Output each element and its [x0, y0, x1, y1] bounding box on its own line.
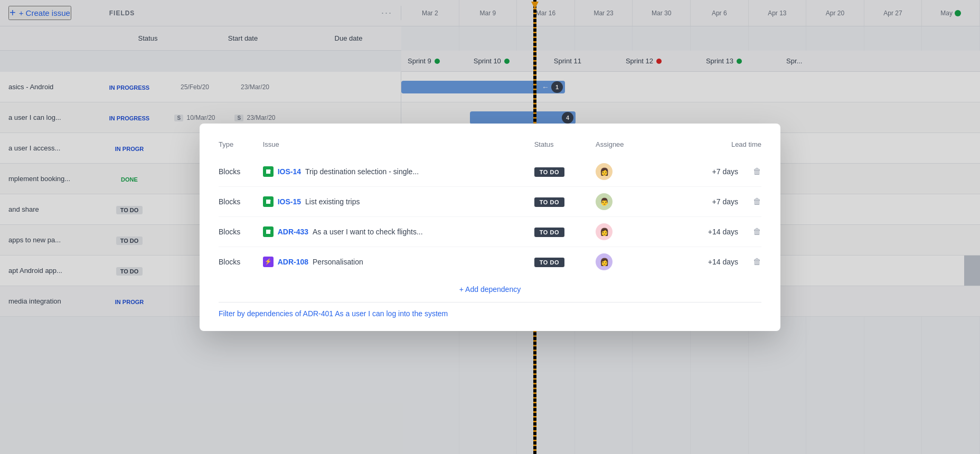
modal-type-2: Blocks — [219, 186, 263, 216]
status-badge-modal-3: TO DO — [534, 228, 564, 237]
avatar-2: 👨 — [596, 193, 612, 210]
modal-footer: Filter by dependencies of ADR-401 As a u… — [219, 302, 761, 318]
modal-overlay[interactable]: Type Issue Status Assignee Lead time Blo… — [0, 0, 980, 454]
issue-cell-4: ⚡ ADR-108 Personalisation — [263, 257, 534, 267]
modal-assignee-3: 👩 — [596, 216, 653, 247]
lead-time-cell-1: +7 days 🗑 — [653, 167, 761, 176]
add-dependency-button[interactable]: + Add dependency — [219, 285, 761, 294]
modal-assignee-2: 👨 — [596, 186, 653, 216]
dependency-table: Type Issue Status Assignee Lead time Blo… — [219, 140, 761, 277]
modal-leadtime-2: +7 days 🗑 — [653, 186, 761, 216]
modal-status-4: TO DO — [534, 247, 596, 277]
avatar-3: 👩 — [596, 223, 612, 240]
col-issue-header: Issue — [263, 140, 534, 157]
modal-leadtime-1: +7 days 🗑 — [653, 157, 761, 187]
modal-issue-3: ADR-433 As a user I want to check flight… — [263, 216, 534, 247]
col-leadtime-header: Lead time — [653, 140, 761, 157]
delete-icon-1[interactable]: 🗑 — [753, 167, 761, 176]
avatar-1: 👩 — [596, 163, 612, 180]
issue-title-2: List existing trips — [305, 197, 360, 206]
modal-type-1: Blocks — [219, 157, 263, 187]
dependency-modal: Type Issue Status Assignee Lead time Blo… — [200, 124, 780, 331]
status-badge-modal-1: TO DO — [534, 167, 564, 177]
issue-cell-3: ADR-433 As a user I want to check flight… — [263, 226, 534, 237]
status-badge-modal-2: TO DO — [534, 197, 564, 207]
issue-title-1: Trip destination selection - single... — [305, 167, 419, 176]
delete-icon-4[interactable]: 🗑 — [753, 257, 761, 267]
issue-title-3: As a user I want to check flights... — [313, 228, 423, 236]
status-badge-modal-4: TO DO — [534, 258, 564, 267]
issue-icon-4: ⚡ — [263, 257, 274, 267]
modal-leadtime-4: +14 days 🗑 — [653, 247, 761, 277]
issue-id-2: IOS-15 — [278, 197, 301, 206]
avatar-4: 👩 — [596, 253, 612, 270]
delete-icon-3[interactable]: 🗑 — [753, 227, 761, 237]
col-status-header: Status — [534, 140, 596, 157]
lead-time-cell-2: +7 days 🗑 — [653, 197, 761, 206]
delete-icon-2[interactable]: 🗑 — [753, 197, 761, 206]
col-assignee-header: Assignee — [596, 140, 653, 157]
issue-icon-1 — [263, 166, 274, 177]
modal-leadtime-3: +14 days 🗑 — [653, 216, 761, 247]
issue-cell-2: IOS-15 List existing trips — [263, 196, 534, 207]
modal-issue-1: IOS-14 Trip destination selection - sing… — [263, 157, 534, 187]
lead-time-cell-3: +14 days 🗑 — [653, 227, 761, 237]
list-item: Blocks ADR-433 As a user I want to check… — [219, 216, 761, 247]
modal-issue-2: IOS-15 List existing trips — [263, 186, 534, 216]
issue-icon-3 — [263, 226, 274, 237]
list-item: Blocks IOS-15 List existing trips TO DO — [219, 186, 761, 216]
lead-time-cell-4: +14 days 🗑 — [653, 257, 761, 267]
issue-id-1: IOS-14 — [278, 167, 301, 176]
list-item: Blocks ⚡ ADR-108 Personalisation TO DO 👩 — [219, 247, 761, 277]
issue-id-4: ADR-108 — [278, 258, 308, 266]
col-type-header: Type — [219, 140, 263, 157]
modal-assignee-4: 👩 — [596, 247, 653, 277]
modal-issue-4: ⚡ ADR-108 Personalisation — [263, 247, 534, 277]
list-item: Blocks IOS-14 Trip destination selection… — [219, 157, 761, 187]
modal-status-2: TO DO — [534, 186, 596, 216]
modal-type-4: Blocks — [219, 247, 263, 277]
modal-type-3: Blocks — [219, 216, 263, 247]
modal-status-1: TO DO — [534, 157, 596, 187]
issue-cell-1: IOS-14 Trip destination selection - sing… — [263, 166, 534, 177]
issue-icon-2 — [263, 196, 274, 207]
modal-assignee-1: 👩 — [596, 157, 653, 187]
issue-id-3: ADR-433 — [278, 228, 308, 236]
modal-status-3: TO DO — [534, 216, 596, 247]
issue-title-4: Personalisation — [313, 258, 363, 266]
filter-dependencies-link[interactable]: Filter by dependencies of ADR-401 As a u… — [219, 309, 448, 318]
